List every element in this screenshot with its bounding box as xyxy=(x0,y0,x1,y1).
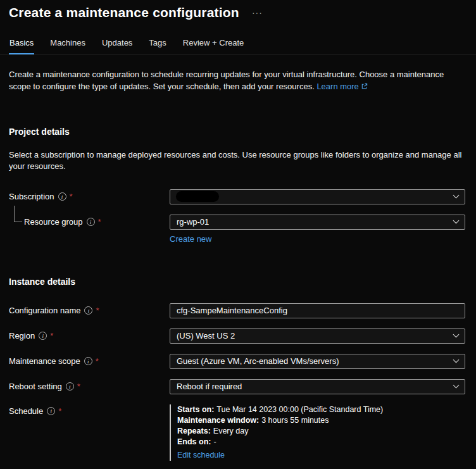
page-title: Create a maintenance configuration xyxy=(9,5,239,20)
region-row: Region * (US) West US 2 xyxy=(0,328,476,344)
info-icon[interactable] xyxy=(84,357,92,365)
tab-machines[interactable]: Machines xyxy=(49,34,86,54)
configuration-name-input[interactable] xyxy=(170,303,465,318)
subscription-select[interactable] xyxy=(170,189,465,204)
hierarchy-connector-line xyxy=(14,206,22,222)
intro-description: Create a maintenance configuration to sc… xyxy=(9,70,444,91)
project-details-heading: Project details xyxy=(9,127,476,137)
chevron-down-icon xyxy=(453,332,460,338)
info-icon[interactable] xyxy=(87,218,95,226)
maintenance-scope-label: Maintenance scope xyxy=(9,356,80,366)
info-icon[interactable] xyxy=(39,332,47,340)
resource-group-label: Resource group xyxy=(24,217,83,227)
reboot-setting-select[interactable]: Reboot if required xyxy=(170,379,465,394)
resource-group-select[interactable]: rg-wp-01 xyxy=(170,215,465,230)
intro-text: Create a maintenance configuration to sc… xyxy=(0,55,476,94)
resource-group-label-group: Resource group * xyxy=(9,217,170,227)
required-asterisk: * xyxy=(70,192,73,201)
tab-basics[interactable]: Basics xyxy=(9,34,34,54)
maintenance-scope-value: Guest (Azure VM, Arc-enabled VMs/servers… xyxy=(177,356,339,366)
maintenance-scope-label-group: Maintenance scope * xyxy=(9,356,170,366)
project-details-form: Subscription * Resource group * rg-wp-01… xyxy=(0,189,476,244)
required-asterisk: * xyxy=(50,331,53,341)
subscription-label: Subscription xyxy=(9,192,54,201)
required-asterisk: * xyxy=(98,217,101,227)
create-new-link[interactable]: Create new xyxy=(170,234,211,244)
schedule-ends-on: Ends on:- xyxy=(177,437,465,447)
schedule-label-group: Schedule * xyxy=(9,406,170,416)
required-asterisk: * xyxy=(77,382,80,391)
region-value: (US) West US 2 xyxy=(177,331,235,341)
chevron-down-icon xyxy=(453,382,460,389)
region-label: Region xyxy=(9,331,35,341)
info-icon[interactable] xyxy=(66,382,74,391)
instance-details-heading: Instance details xyxy=(9,277,476,287)
maintenance-scope-row: Maintenance scope * Guest (Azure VM, Arc… xyxy=(0,354,476,369)
configuration-name-row: Configuration name * xyxy=(0,303,476,318)
chevron-down-icon xyxy=(453,192,460,199)
schedule-starts-on: Starts on:Tue Mar 14 2023 00:00 (Pacific… xyxy=(177,404,465,415)
region-label-group: Region * xyxy=(9,331,170,341)
info-icon[interactable] xyxy=(58,192,66,201)
resource-group-row: Resource group * rg-wp-01 xyxy=(0,215,476,230)
configuration-name-label: Configuration name xyxy=(9,306,80,315)
schedule-row: Schedule * Starts on:Tue Mar 14 2023 00:… xyxy=(0,404,476,461)
region-select[interactable]: (US) West US 2 xyxy=(170,328,465,344)
configuration-name-label-group: Configuration name * xyxy=(9,306,170,315)
schedule-summary: Starts on:Tue Mar 14 2023 00:00 (Pacific… xyxy=(170,404,465,461)
tab-review-create[interactable]: Review + Create xyxy=(182,34,244,54)
resource-group-value: rg-wp-01 xyxy=(177,217,209,227)
subscription-label-group: Subscription * xyxy=(9,192,170,201)
instance-details-form: Configuration name * Region * (US) West … xyxy=(0,303,476,461)
more-menu-icon[interactable]: ··· xyxy=(252,8,263,18)
project-details-description: Select a subscription to manage deployed… xyxy=(9,149,466,173)
reboot-setting-value: Reboot if required xyxy=(177,382,242,391)
tab-updates[interactable]: Updates xyxy=(101,34,133,54)
redacted-subscription-value xyxy=(177,192,218,201)
reboot-setting-label-group: Reboot setting * xyxy=(9,382,170,391)
page-header: Create a maintenance configuration ··· xyxy=(0,0,476,20)
external-link-icon xyxy=(361,82,368,92)
reboot-setting-label: Reboot setting xyxy=(9,382,62,391)
edit-schedule-link[interactable]: Edit schedule xyxy=(177,450,225,461)
tab-tags[interactable]: Tags xyxy=(148,34,166,54)
chevron-down-icon xyxy=(453,218,460,224)
maintenance-scope-select[interactable]: Guest (Azure VM, Arc-enabled VMs/servers… xyxy=(170,354,465,369)
required-asterisk: * xyxy=(58,406,61,416)
required-asterisk: * xyxy=(96,306,99,315)
reboot-setting-row: Reboot setting * Reboot if required xyxy=(0,379,476,394)
learn-more-link[interactable]: Learn more xyxy=(316,82,358,91)
chevron-down-icon xyxy=(453,357,460,363)
required-asterisk: * xyxy=(96,356,99,366)
schedule-repeats: Repeats:Every day xyxy=(177,426,465,437)
tab-bar: Basics Machines Updates Tags Review + Cr… xyxy=(0,34,476,55)
info-icon[interactable] xyxy=(47,407,55,415)
info-icon[interactable] xyxy=(84,306,92,315)
subscription-row: Subscription * xyxy=(0,189,476,204)
schedule-label: Schedule xyxy=(9,406,43,416)
schedule-maintenance-window: Maintenance window:3 hours 55 minutes xyxy=(177,415,465,426)
